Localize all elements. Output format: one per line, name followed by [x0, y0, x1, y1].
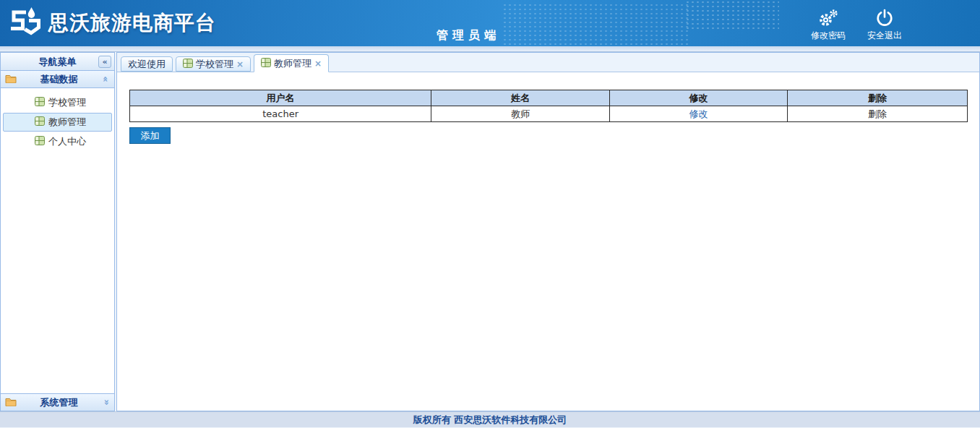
world-map-dots-decoration: [502, 3, 690, 45]
accordion-header-system-management[interactable]: 系统管理 «: [1, 393, 114, 411]
folder-icon: [5, 395, 17, 409]
tab-bar: 欢迎使用 学校管理 ×: [117, 53, 979, 72]
column-header-username: 用户名: [130, 90, 431, 106]
grid-icon: [35, 116, 45, 128]
sidebar-title: 导航菜单: [39, 56, 77, 67]
sidebar-item-school-management[interactable]: 学校管理: [3, 93, 112, 112]
grid-icon: [261, 58, 271, 69]
accordion-label: 系统管理: [17, 396, 101, 409]
tab-label: 教师管理: [274, 57, 311, 70]
logout-button[interactable]: 安全退出: [866, 7, 903, 42]
gears-icon: [817, 7, 839, 27]
close-icon[interactable]: ×: [236, 59, 244, 69]
sidebar-title-bar: 导航菜单 «: [1, 53, 114, 71]
navigation-sidebar: 导航菜单 « 基础数据 «: [0, 52, 115, 411]
sidebar-item-label: 教师管理: [48, 116, 86, 129]
accordion-header-basic-data[interactable]: 基础数据 «: [1, 71, 114, 88]
tab-label: 欢迎使用: [128, 58, 166, 71]
column-header-name: 姓名: [431, 90, 610, 106]
tab-welcome[interactable]: 欢迎使用: [121, 56, 173, 72]
sidebar-item-teacher-management[interactable]: 教师管理: [3, 113, 112, 132]
logout-label: 安全退出: [867, 30, 902, 42]
chevron-up-icon: «: [100, 75, 111, 84]
header-actions: 修改密码 安全退出: [809, 7, 903, 42]
column-header-edit: 修改: [610, 90, 788, 106]
add-button[interactable]: 添加: [129, 127, 171, 144]
footer-bar: 版权所有 西安思沃软件科技有限公司: [0, 411, 980, 427]
brand-title: 思沃旅游电商平台: [48, 9, 216, 37]
delete-link[interactable]: 删除: [787, 106, 967, 122]
main-area: 导航菜单 « 基础数据 «: [0, 52, 980, 411]
close-icon[interactable]: ×: [314, 59, 322, 69]
content-panel: 欢迎使用 学校管理 ×: [116, 52, 980, 411]
brand-logo: 思沃旅游电商平台: [9, 7, 216, 40]
sidebar-item-label: 个人中心: [48, 135, 86, 148]
teacher-table: 用户名 姓名 修改 删除 teacher 教师 修改 删除: [129, 90, 968, 122]
change-password-label: 修改密码: [811, 30, 846, 42]
top-header: 思沃旅游电商平台 管理员端 修改密码: [0, 0, 980, 46]
sidebar-menu: 学校管理 教师管理: [1, 88, 114, 152]
edit-link[interactable]: 修改: [610, 106, 788, 122]
sidebar-collapse-button[interactable]: «: [98, 56, 111, 68]
chevron-down-icon: «: [100, 398, 111, 407]
sidebar-item-personal-center[interactable]: 个人中心: [3, 132, 112, 151]
cell-username: teacher: [130, 106, 431, 122]
tab-label: 学校管理: [196, 58, 233, 71]
tab-school-management[interactable]: 学校管理 ×: [176, 56, 251, 72]
change-password-button[interactable]: 修改密码: [809, 7, 847, 42]
tab-teacher-management[interactable]: 教师管理 ×: [254, 54, 329, 72]
sidebar-item-label: 学校管理: [48, 96, 86, 109]
power-icon: [875, 7, 894, 27]
role-title: 管理员端: [437, 28, 500, 43]
app-window: 思沃旅游电商平台 管理员端 修改密码: [0, 0, 980, 428]
folder-icon: [5, 72, 17, 86]
siwo-logo-icon: [9, 7, 43, 40]
grid-icon: [35, 136, 45, 147]
world-map-dots-decoration: [685, 0, 779, 30]
grid-icon: [35, 97, 45, 108]
accordion-label: 基础数据: [17, 73, 101, 86]
table-header-row: 用户名 姓名 修改 删除: [130, 90, 968, 106]
header-divider-strip: [0, 46, 980, 52]
grid-icon: [183, 59, 193, 70]
tab-content: 用户名 姓名 修改 删除 teacher 教师 修改 删除: [117, 72, 979, 411]
column-header-delete: 删除: [787, 90, 967, 106]
copyright-text: 版权所有 西安思沃软件科技有限公司: [413, 414, 567, 427]
cell-name: 教师: [431, 106, 610, 122]
table-row: teacher 教师 修改 删除: [130, 106, 968, 122]
